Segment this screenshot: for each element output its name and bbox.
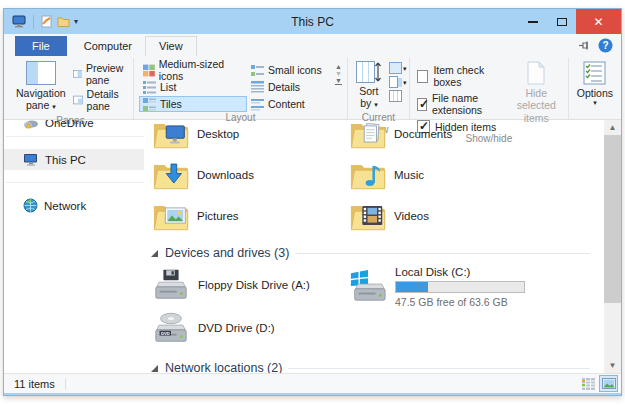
add-columns-button[interactable]: ▾ <box>389 76 407 88</box>
main-area: OneDrive This PC <box>4 120 621 373</box>
group-by-button[interactable]: ▾ <box>389 62 407 74</box>
disk-usage-fill <box>396 282 428 292</box>
thumbnail-view-icon <box>602 378 616 389</box>
qat-dropdown-caret[interactable]: ▾ <box>74 18 78 26</box>
ribbon-tab-row: File Computer View ? <box>4 34 621 56</box>
onedrive-icon <box>23 120 39 130</box>
ribbon-pin-icon[interactable] <box>578 40 591 51</box>
dropdown-caret: ▾ <box>374 101 378 108</box>
qat-separator <box>33 15 34 29</box>
group-header-network-locations[interactable]: Network locations (2) <box>150 361 604 373</box>
svg-text:DVD: DVD <box>161 331 170 336</box>
details-pane-icon <box>73 94 83 106</box>
checkbox-checked[interactable] <box>417 98 427 111</box>
layout-option-list[interactable]: List <box>139 79 247 95</box>
maximize-button[interactable] <box>547 9 576 34</box>
content-view-icon <box>251 98 264 111</box>
ribbon: File Computer View ? <box>4 34 621 120</box>
folder-tile-music[interactable]: Music <box>349 154 579 195</box>
size-columns-icon <box>389 90 402 102</box>
list-view-icon <box>143 81 156 94</box>
sidebar-item-onedrive[interactable]: OneDrive <box>4 120 144 133</box>
preview-pane-button[interactable]: Preview pane <box>73 62 128 86</box>
folder-tile-desktop[interactable]: Desktop <box>152 120 349 154</box>
close-button[interactable]: ✕ <box>576 9 621 34</box>
vertical-scrollbar[interactable]: ▲ ▼ <box>604 120 621 373</box>
floppy-drive-icon <box>152 267 190 303</box>
network-icon <box>23 198 38 213</box>
tab-computer[interactable]: Computer <box>71 37 145 56</box>
new-folder-icon[interactable] <box>57 15 70 28</box>
layout-option-small-icons[interactable]: Small icons <box>247 62 331 78</box>
checkbox-unchecked[interactable] <box>417 70 428 83</box>
navigation-pane-icon <box>26 61 56 85</box>
minimize-button[interactable] <box>518 9 547 34</box>
hide-selected-items-button[interactable]: Hide selected items <box>508 59 565 126</box>
status-separator <box>65 378 66 390</box>
properties-icon[interactable] <box>40 15 53 28</box>
layout-scroll-down[interactable]: ▼ <box>335 70 342 77</box>
navigation-pane: OneDrive This PC <box>4 120 144 373</box>
collapse-triangle-icon[interactable] <box>150 364 159 373</box>
help-icon[interactable]: ? <box>598 38 613 53</box>
disk-free-text: 47.5 GB free of 63.6 GB <box>395 296 525 308</box>
checkbox-item-check-boxes[interactable]: Item check boxes <box>417 64 504 88</box>
dropdown-caret: ▾ <box>593 99 597 106</box>
layout-option-content[interactable]: Content <box>247 96 331 112</box>
size-columns-button[interactable] <box>389 90 407 102</box>
details-view-button[interactable] <box>579 375 598 392</box>
tab-view[interactable]: View <box>145 36 197 56</box>
ribbon-group-panes: Navigation pane ▾ Preview pane <box>8 58 134 119</box>
sort-by-icon <box>356 61 382 83</box>
videos-folder-icon <box>349 199 387 232</box>
sidebar-item-network[interactable]: Network <box>4 195 144 216</box>
sidebar-separator <box>6 136 144 137</box>
ribbon-group-layout: Medium-sized icons Small icons <box>134 58 348 119</box>
scrollbar-thumb[interactable] <box>604 135 621 303</box>
scrollbar-track[interactable] <box>604 303 621 358</box>
local-disk-icon <box>349 265 387 305</box>
options-button[interactable]: Options ▾ <box>572 59 618 108</box>
drive-tile-dvd[interactable]: DVD DVD Drive (D:) <box>152 308 349 348</box>
quick-access-toolbar: ▾ <box>4 15 78 29</box>
layout-scroll-up[interactable]: ▲ <box>335 63 342 70</box>
layout-option-medium-icons[interactable]: Medium-sized icons <box>139 62 247 78</box>
ribbon-group-current-view: Sort by ▾ ▾ ▾ <box>348 58 410 119</box>
sort-by-button[interactable]: Sort by ▾ <box>351 59 387 112</box>
checkbox-file-name-extensions[interactable]: File name extensions <box>417 92 504 116</box>
folder-tile-videos[interactable]: Videos <box>349 195 579 236</box>
window-controls: ✕ <box>518 9 621 34</box>
scroll-up-button[interactable]: ▲ <box>604 120 621 135</box>
details-pane-button[interactable]: Details pane <box>73 88 128 112</box>
small-icons-icon <box>251 64 264 77</box>
drive-tile-floppy[interactable]: Floppy Disk Drive (A:) <box>152 265 349 305</box>
layout-option-tiles[interactable]: Tiles <box>139 96 247 112</box>
layout-more-button[interactable]: ▼ <box>335 77 342 85</box>
svg-text:?: ? <box>602 40 608 51</box>
options-icon <box>583 61 606 85</box>
sidebar-item-this-pc[interactable]: This PC <box>4 149 144 170</box>
group-header-rule <box>295 253 590 254</box>
folder-tile-downloads[interactable]: Downloads <box>152 154 349 195</box>
group-header-rule <box>288 368 590 369</box>
collapse-triangle-icon[interactable] <box>150 249 159 258</box>
desktop-folder-icon <box>152 120 190 150</box>
disk-usage-bar <box>395 281 525 293</box>
tab-file[interactable]: File <box>15 36 67 56</box>
navigation-pane-button[interactable]: Navigation pane ▾ <box>11 59 71 114</box>
view-toggles <box>579 375 618 392</box>
details-view-icon <box>582 378 595 390</box>
layout-option-details[interactable]: Details <box>247 79 331 95</box>
scroll-down-button[interactable]: ▼ <box>604 358 621 373</box>
folder-tile-documents[interactable]: Documents <box>349 120 579 154</box>
ribbon-group-options: Options ▾ <box>569 58 621 119</box>
thumbnail-view-button[interactable] <box>599 375 618 392</box>
dropdown-caret: ▾ <box>52 103 56 110</box>
drive-tile-local-disk[interactable]: Local Disk (C:) 47.5 GB free of 63.6 GB <box>349 265 579 308</box>
explorer-icon[interactable] <box>12 15 27 28</box>
status-bar: 11 items <box>4 373 621 393</box>
folder-tile-pictures[interactable]: Pictures <box>152 195 349 236</box>
group-header-devices[interactable]: Devices and drives (3) <box>150 246 604 260</box>
hide-selected-items-icon <box>524 61 548 85</box>
explorer-window: ▾ This PC ✕ File Computer View ? <box>3 8 622 396</box>
